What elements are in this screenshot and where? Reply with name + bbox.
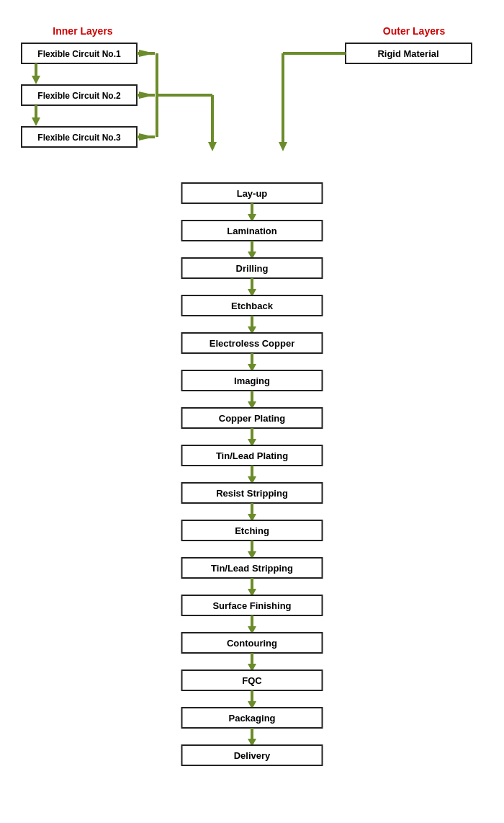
flow-label-14: Packaging: [228, 713, 275, 724]
flow-label-8: Resist Stripping: [216, 488, 288, 499]
fc1-down-arrow: [32, 76, 40, 84]
bracket-arrow-down: [208, 142, 217, 151]
flow-label-0: Lay-up: [237, 188, 268, 199]
inner-layers-label: Inner Layers: [53, 25, 112, 37]
flow-label-11: Surface Finishing: [212, 600, 291, 611]
flow-label-13: FQC: [242, 675, 262, 686]
flow-label-10: Tin/Lead Stripping: [211, 563, 293, 574]
flow-label-6: Copper Plating: [219, 413, 286, 424]
fc2-down-arrow: [32, 117, 40, 126]
flow-steps-svg: Lay-upLaminationDrillingEtchbackElectrol…: [0, 176, 504, 810]
flow-label-5: Imaging: [234, 375, 270, 386]
flex-circuit-2-label: Flexible Circuit No.2: [37, 91, 121, 101]
outer-box-label: Rigid Material: [377, 48, 438, 59]
outer-layers-label: Outer Layers: [383, 25, 446, 37]
flow-label-9: Etching: [235, 525, 269, 536]
flow-label-1: Lamination: [227, 226, 276, 236]
outer-arrow-down: [279, 142, 287, 151]
flex-circuit-1-label: Flexible Circuit No.1: [37, 49, 121, 59]
flow-label-4: Electroless Copper: [210, 338, 295, 349]
flow-label-2: Drilling: [236, 263, 269, 274]
flow-label-12: Contouring: [227, 638, 277, 649]
flow-label-3: Etchback: [231, 301, 274, 311]
flex-circuit-3-label: Flexible Circuit No.3: [37, 133, 121, 143]
diagram-container: Inner Layers Outer Layers Flexible Circu…: [0, 0, 504, 823]
flow-label-15: Delivery: [234, 750, 271, 761]
flow-label-7: Tin/Lead Plating: [216, 450, 288, 461]
top-section-svg: Inner Layers Outer Layers Flexible Circu…: [0, 14, 504, 180]
